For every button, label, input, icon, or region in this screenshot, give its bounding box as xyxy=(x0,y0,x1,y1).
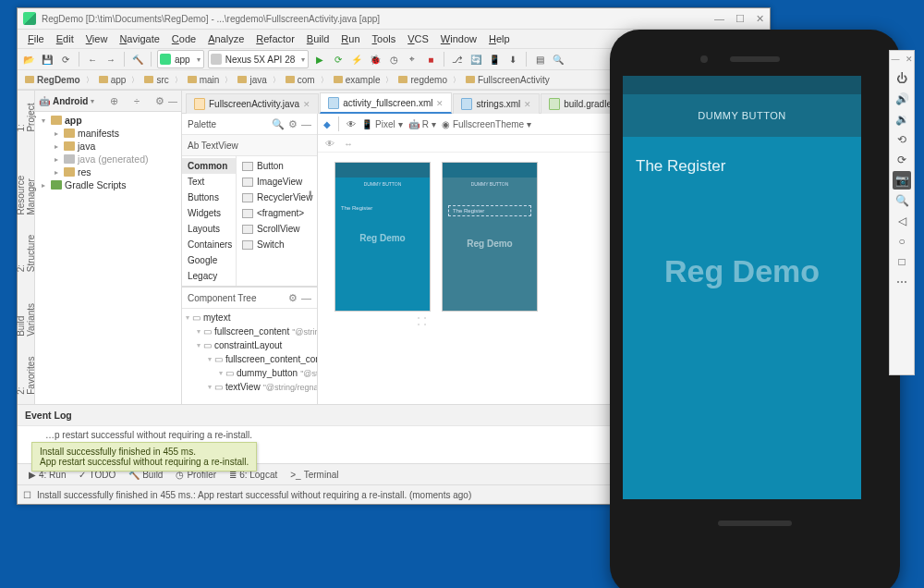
blueprint-preview[interactable]: DUMMY BUTTON The Register Reg Demo xyxy=(442,162,538,312)
rotate-left-icon[interactable]: ⟲ xyxy=(893,130,911,149)
menu-help[interactable]: Help xyxy=(484,31,515,46)
minimize-button[interactable]: — xyxy=(714,13,724,25)
menu-edit[interactable]: Edit xyxy=(52,31,79,46)
side-tab-1-project[interactable]: 1: Project xyxy=(14,94,38,138)
crumb-main[interactable]: main xyxy=(184,74,224,86)
expand-icon[interactable]: ▾ xyxy=(208,355,212,363)
menu-file[interactable]: File xyxy=(23,31,49,46)
expand-icon[interactable]: ▸ xyxy=(52,155,61,164)
crumb-com[interactable]: com xyxy=(282,74,319,86)
palette-item-button[interactable]: Button xyxy=(237,158,318,174)
expand-icon[interactable]: ▸ xyxy=(39,181,48,190)
crumb-fullscreenactivity[interactable]: FullscreenActivity xyxy=(462,74,553,86)
menu-code[interactable]: Code xyxy=(167,31,201,46)
profile-icon[interactable]: ◷ xyxy=(386,52,401,67)
emu-minimize[interactable]: — xyxy=(892,55,900,64)
close-tab-icon[interactable]: ✕ xyxy=(303,100,310,109)
palette-items[interactable]: ButtonImageViewRecyclerView<fragment>Scr… xyxy=(237,156,318,286)
ct-node-fullscreen_content[interactable]: ▾▭fullscreen_content "@string/r... xyxy=(182,325,317,338)
ct-node-fullscreen_content_controls[interactable]: ▾▭fullscreen_content_controls xyxy=(182,352,317,366)
apply-code-icon[interactable]: ⚡ xyxy=(349,52,364,67)
tree-node-java-generated-[interactable]: ▸java (generated) xyxy=(35,153,181,165)
menu-vcs[interactable]: VCS xyxy=(403,31,433,46)
menu-tools[interactable]: Tools xyxy=(368,31,401,46)
volume-down-icon[interactable]: 🔉 xyxy=(893,110,911,129)
git-icon[interactable]: ⎇ xyxy=(450,52,465,67)
menu-navigate[interactable]: Navigate xyxy=(115,31,164,46)
download-icon[interactable]: ⬇ xyxy=(307,190,314,199)
tab-activity_fullscreen-xml[interactable]: activity_fullscreen.xml✕ xyxy=(320,92,452,114)
palette-cat-widgets[interactable]: Widgets xyxy=(182,205,236,221)
search-icon[interactable]: 🔍 xyxy=(272,118,285,130)
close-tab-icon[interactable]: ✕ xyxy=(524,100,531,109)
palette-cat-layouts[interactable]: Layouts xyxy=(182,221,236,237)
volume-up-icon[interactable]: 🔊 xyxy=(893,90,911,108)
theme-chip[interactable]: ◉ FullscreenTheme ▾ xyxy=(442,119,531,129)
side-tab-build-variants[interactable]: Build Variants xyxy=(14,285,38,342)
structure-icon[interactable]: ▤ xyxy=(532,52,547,67)
tab-strings-xml[interactable]: strings.xml✕ xyxy=(453,93,540,114)
tree-node-gradle-scripts[interactable]: ▸Gradle Scripts xyxy=(35,178,181,191)
target-icon[interactable]: ⊕ xyxy=(110,95,118,107)
sdk-icon[interactable]: ⬇ xyxy=(505,52,520,67)
avd-icon[interactable]: 📱 xyxy=(487,52,502,67)
attach-debugger-icon[interactable]: ⌖ xyxy=(405,52,419,67)
expand-icon[interactable]: ▾ xyxy=(197,341,201,349)
home-icon[interactable]: ○ xyxy=(893,232,911,251)
hide-icon[interactable]: — xyxy=(168,96,177,106)
device-chip[interactable]: 📱 Pixel ▾ xyxy=(361,119,403,129)
dummy-button[interactable]: DUMMY BUTTON xyxy=(698,110,785,121)
expand-icon[interactable]: ▸ xyxy=(52,168,61,177)
apply-changes-icon[interactable]: ⟳ xyxy=(331,52,346,67)
project-tree[interactable]: ▾app▸manifests▸java▸java (generated)▸res… xyxy=(35,112,181,404)
palette-cat-containers[interactable]: Containers xyxy=(182,237,236,252)
orientation-chip[interactable]: 🤖 R ▾ xyxy=(408,119,436,129)
tree-node-java[interactable]: ▸java xyxy=(35,140,181,153)
menu-analyze[interactable]: Analyze xyxy=(203,31,249,46)
eye-icon[interactable]: 👁 xyxy=(346,119,356,129)
back-icon[interactable]: ◁ xyxy=(893,212,911,230)
palette-item-recyclerview[interactable]: RecyclerView xyxy=(237,190,318,205)
resize-icon[interactable]: ↔ xyxy=(344,139,353,149)
gear-icon[interactable]: ⚙ xyxy=(155,95,164,107)
ct-node-constraintLayout[interactable]: ▾▭constraintLayout xyxy=(182,338,317,352)
crumb-java[interactable]: java xyxy=(234,74,270,86)
bottom-tab-terminal[interactable]: >_Terminal xyxy=(285,468,344,482)
close-button[interactable]: ✕ xyxy=(756,13,764,25)
menu-build[interactable]: Build xyxy=(302,31,334,46)
refresh-icon[interactable]: ⟳ xyxy=(58,52,73,67)
ct-node-dummy_button[interactable]: ▾▭dummy_button "@str... xyxy=(182,366,317,380)
stop-icon[interactable]: ■ xyxy=(423,52,438,67)
build-icon[interactable]: 🔨 xyxy=(130,52,145,67)
tree-node-manifests[interactable]: ▸manifests xyxy=(35,127,181,140)
chevron-down-icon[interactable]: ▾ xyxy=(91,97,94,105)
camera-icon[interactable]: 📷 xyxy=(893,171,911,190)
eye-icon[interactable]: 👁 xyxy=(325,139,334,149)
ct-node-textView[interactable]: ▾▭textView "@string/regname" xyxy=(182,380,317,394)
palette-item-scrollview[interactable]: ScrollView xyxy=(237,221,318,237)
design-mode-icon[interactable]: ◆ xyxy=(323,119,331,129)
collapse-icon[interactable]: ÷ xyxy=(134,95,140,106)
palette-cat-buttons[interactable]: Buttons xyxy=(182,190,236,205)
rotate-right-icon[interactable]: ⟳ xyxy=(893,151,911,169)
maximize-button[interactable]: ☐ xyxy=(736,13,745,25)
power-icon[interactable]: ⏻ xyxy=(893,69,911,88)
project-view-label[interactable]: Android xyxy=(53,96,88,106)
hide-icon[interactable]: — xyxy=(301,118,311,129)
back-icon[interactable]: ← xyxy=(85,52,100,67)
expand-icon[interactable]: ▾ xyxy=(208,383,212,391)
android-emulator[interactable]: DUMMY BUTTON The Register Reg Demo xyxy=(610,30,900,588)
palette-categories[interactable]: CommonTextButtonsWidgetsLayoutsContainer… xyxy=(182,156,237,286)
gear-icon[interactable]: ⚙ xyxy=(288,118,298,130)
save-icon[interactable]: 💾 xyxy=(40,52,55,67)
search-icon[interactable]: 🔍 xyxy=(551,52,565,67)
expand-icon[interactable]: ▾ xyxy=(219,369,223,377)
crumb-app[interactable]: app xyxy=(95,74,130,86)
expand-icon[interactable]: ▸ xyxy=(52,129,61,138)
crumb-example[interactable]: example xyxy=(330,74,384,86)
crumb-regdemo[interactable]: RegDemo xyxy=(21,74,84,86)
hide-icon[interactable]: — xyxy=(301,292,311,303)
palette-cat-text[interactable]: Text xyxy=(182,174,236,190)
menu-window[interactable]: Window xyxy=(436,31,481,46)
close-tab-icon[interactable]: ✕ xyxy=(436,99,444,108)
